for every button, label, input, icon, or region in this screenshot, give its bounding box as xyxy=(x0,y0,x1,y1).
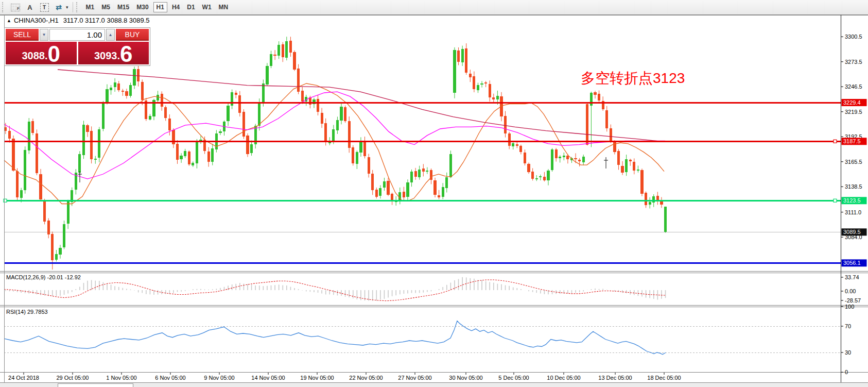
axis-label: 3111.0 xyxy=(845,209,861,215)
macd-panel xyxy=(4,277,666,301)
ask-price-tile[interactable]: 3093.6 xyxy=(78,42,149,64)
horizontal-line-3187.5 xyxy=(4,140,841,143)
sell-button[interactable]: SELL xyxy=(6,29,39,41)
one-click-trading-panel: SELL ▼ ▲ BUY 3088.0 3093.6 xyxy=(4,27,150,66)
horizontal-line-3123.5 xyxy=(4,199,841,202)
candles-layer xyxy=(4,37,667,270)
axis-label: 18 Dec 05:00 xyxy=(647,375,681,381)
volume-input[interactable] xyxy=(49,29,105,41)
axis-label: 3229.4 xyxy=(843,99,861,106)
bid-price-main: 3088 xyxy=(22,51,45,61)
bid-price-big-digit: 0 xyxy=(48,45,60,63)
axis-label: 27 Nov 05:00 xyxy=(398,375,431,381)
axis-label: 3187.5 xyxy=(843,138,861,144)
axis-label: RSI(14) 29.7853 xyxy=(6,309,48,315)
axis-label: -28.57 xyxy=(845,297,861,304)
axis-label: 14 Nov 05:00 xyxy=(251,375,285,381)
ma-slow-line xyxy=(58,70,665,142)
axis-label: 5 Dec 05:00 xyxy=(498,375,529,381)
axis-label: 22 Nov 05:00 xyxy=(349,375,383,381)
axis-label: 0 xyxy=(845,369,848,375)
axis-label: 3056.1 xyxy=(843,260,861,266)
axis-label: 10 Dec 05:00 xyxy=(547,375,580,381)
axis-label: 29 Oct 05:00 xyxy=(57,375,89,381)
axis-label: 3219.5 xyxy=(845,109,862,115)
time-axis: 24 Oct 201829 Oct 05:001 Nov 05:006 Nov … xyxy=(8,373,681,381)
trading-platform-window: FAT⇄▾ M1M5M15M30H1H4D1W1MN 3300.53273.53… xyxy=(0,0,868,387)
axis-label: MACD(12,26,9) -20.01 -12.92 xyxy=(6,274,81,280)
axis-label: 3300.5 xyxy=(845,33,862,40)
volume-increase-button[interactable]: ▲ xyxy=(106,29,115,41)
axis-label: 9 Nov 05:00 xyxy=(204,375,234,381)
bottom-status-strip xyxy=(0,382,868,387)
axis-label: 3123.5 xyxy=(843,197,861,204)
volume-decrease-button[interactable]: ▼ xyxy=(40,29,48,41)
axis-label: 33.74 xyxy=(845,274,859,280)
axis-label: 3138.5 xyxy=(845,183,862,190)
axis-label: 3089.5 xyxy=(843,229,861,235)
axis-label: 100 xyxy=(845,304,854,310)
axis-label: 1 Nov 05:00 xyxy=(106,375,136,381)
chart-collapse-icon[interactable]: ▲ xyxy=(7,18,11,23)
axis-label: 13 Dec 05:00 xyxy=(598,375,632,381)
axis-label: 30 Nov 05:00 xyxy=(449,375,482,381)
bid-price-tile[interactable]: 3088.0 xyxy=(6,42,77,64)
axis-label: 30 xyxy=(845,349,851,356)
panel-borders xyxy=(0,15,868,382)
axis-label: 6 Nov 05:00 xyxy=(155,375,185,381)
price-axis: 3300.53273.53246.53219.53192.53165.53138… xyxy=(841,33,867,375)
chart-annotation-text[interactable]: 多空转折点3123 xyxy=(581,69,685,88)
axis-label: 3165.5 xyxy=(845,159,862,165)
chart-ohlc-values: 3117.0 3117.0 3088.8 3089.5 xyxy=(63,16,150,24)
axis-label: 3246.5 xyxy=(845,83,862,90)
ask-price-main: 3093 xyxy=(94,51,117,61)
bottom-tab-stub[interactable] xyxy=(58,383,133,387)
axis-label: 0.00 xyxy=(845,288,856,294)
buy-button[interactable]: BUY xyxy=(116,29,149,41)
chart-symbol-label: CHINA300-,H1 xyxy=(14,16,59,24)
rsi-panel xyxy=(4,321,841,355)
ask-price-big-digit: 6 xyxy=(120,45,132,63)
chart-title: ▲CHINA300-,H13117.0 3117.0 3088.8 3089.5 xyxy=(7,16,150,24)
axis-label: 3273.5 xyxy=(845,59,862,65)
axis-label: 24 Oct 2018 xyxy=(8,375,39,381)
axis-label: 19 Nov 05:00 xyxy=(300,375,334,381)
axis-label: 70 xyxy=(845,323,851,329)
